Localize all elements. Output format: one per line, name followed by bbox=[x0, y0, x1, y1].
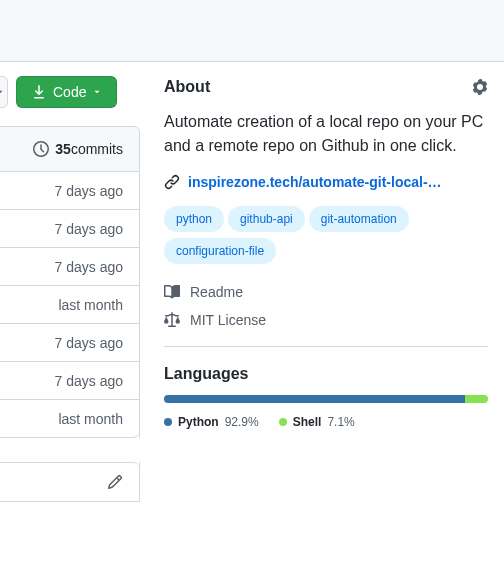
website-link-row: inspirezone.tech/automate-git-local-… bbox=[164, 174, 488, 190]
download-icon bbox=[31, 84, 47, 100]
file-row[interactable]: last month bbox=[0, 400, 139, 438]
topic-tag[interactable]: configuration-file bbox=[164, 238, 276, 264]
website-link[interactable]: inspirezone.tech/automate-git-local-… bbox=[188, 174, 442, 190]
file-row[interactable]: 7 days ago bbox=[0, 210, 139, 248]
divider bbox=[164, 346, 488, 347]
readme-label: Readme bbox=[190, 284, 243, 300]
language-name: Shell bbox=[293, 415, 322, 429]
chevron-down-icon bbox=[0, 87, 5, 97]
branch-dropdown-fragment[interactable] bbox=[0, 76, 8, 108]
file-row[interactable]: 7 days ago bbox=[0, 172, 139, 210]
pencil-icon bbox=[107, 474, 123, 490]
commits-link[interactable]: 35 commits bbox=[0, 126, 140, 172]
file-row[interactable]: 7 days ago bbox=[0, 362, 139, 400]
readme-edit-row[interactable] bbox=[0, 462, 139, 502]
book-icon bbox=[164, 284, 180, 300]
license-label: MIT License bbox=[190, 312, 266, 328]
file-time: 7 days ago bbox=[55, 335, 124, 351]
language-name: Python bbox=[178, 415, 219, 429]
file-rows: 7 days ago 7 days ago 7 days ago last mo… bbox=[0, 172, 140, 438]
language-dot bbox=[279, 418, 287, 426]
file-time: last month bbox=[58, 411, 123, 427]
chevron-down-icon bbox=[92, 87, 102, 97]
language-segment-python bbox=[164, 395, 465, 403]
commit-label: commits bbox=[71, 141, 123, 157]
file-row[interactable]: last month bbox=[0, 286, 139, 324]
readme-link[interactable]: Readme bbox=[164, 284, 488, 300]
code-button-label: Code bbox=[53, 84, 86, 100]
topics: python github-api git-automation configu… bbox=[164, 206, 488, 264]
topic-tag[interactable]: github-api bbox=[228, 206, 305, 232]
gear-icon[interactable] bbox=[472, 79, 488, 95]
file-row[interactable]: 7 days ago bbox=[0, 324, 139, 362]
file-time: 7 days ago bbox=[55, 221, 124, 237]
file-time: 7 days ago bbox=[55, 183, 124, 199]
language-pct: 7.1% bbox=[327, 415, 354, 429]
code-button[interactable]: Code bbox=[16, 76, 117, 108]
sidebar: About Automate creation of a local repo … bbox=[140, 62, 504, 578]
language-segment-shell bbox=[465, 395, 488, 403]
language-bar bbox=[164, 395, 488, 403]
license-link[interactable]: MIT License bbox=[164, 312, 488, 328]
history-icon bbox=[33, 141, 49, 157]
language-item-shell[interactable]: Shell 7.1% bbox=[279, 415, 355, 429]
file-row[interactable]: 7 days ago bbox=[0, 248, 139, 286]
file-time: 7 days ago bbox=[55, 373, 124, 389]
file-time: last month bbox=[58, 297, 123, 313]
file-time: 7 days ago bbox=[55, 259, 124, 275]
about-description: Automate creation of a local repo on you… bbox=[164, 110, 488, 158]
language-pct: 92.9% bbox=[225, 415, 259, 429]
language-dot bbox=[164, 418, 172, 426]
language-item-python[interactable]: Python 92.9% bbox=[164, 415, 259, 429]
about-heading: About bbox=[164, 78, 210, 96]
law-icon bbox=[164, 312, 180, 328]
topic-tag[interactable]: python bbox=[164, 206, 224, 232]
top-bar bbox=[0, 0, 504, 62]
languages-heading: Languages bbox=[164, 365, 488, 383]
topic-tag[interactable]: git-automation bbox=[309, 206, 409, 232]
file-listing-column: Code 35 commits 7 days ago 7 days ago 7 … bbox=[0, 62, 140, 578]
link-icon bbox=[164, 174, 180, 190]
commit-count: 35 bbox=[55, 141, 71, 157]
